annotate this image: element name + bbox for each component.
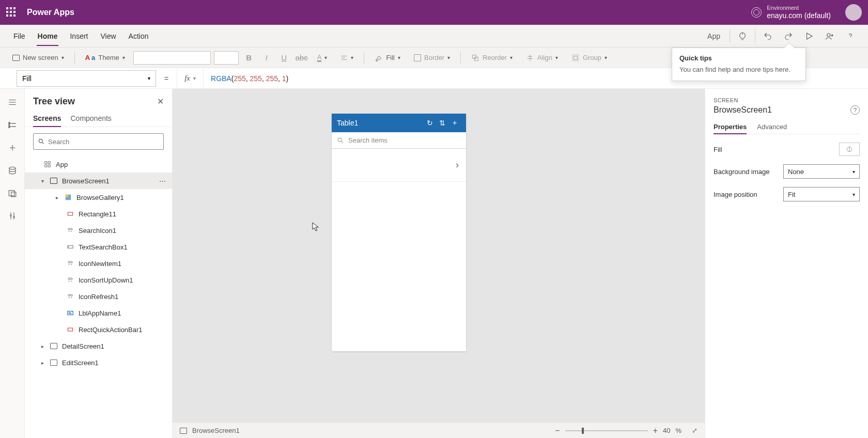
tree-node-rectquickactionbar1[interactable]: RectQuickActionBar1	[25, 321, 172, 338]
mouse-cursor	[312, 222, 319, 233]
info-icon[interactable]: ?	[850, 105, 860, 115]
phone-preview[interactable]: Table1 ↻ ⇅ ＋ Search items ›	[332, 114, 466, 351]
sort-icon[interactable]: ⇅	[436, 119, 448, 127]
zoom-in-button[interactable]: +	[653, 426, 658, 435]
tree-node-rectangle11[interactable]: Rectangle11	[25, 206, 172, 222]
tree-node-iconsortupdown1[interactable]: IconSortUpDown1	[25, 272, 172, 288]
phone-search-bar[interactable]: Search items	[332, 132, 466, 149]
menu-insert[interactable]: Insert	[64, 25, 94, 47]
property-selector[interactable]: Fill ▾	[17, 70, 156, 87]
tree-search-box[interactable]	[33, 133, 164, 150]
tree-node-textsearchbox1[interactable]: TextSearchBox1	[25, 239, 172, 255]
tree-node-label: IconSortUpDown1	[79, 276, 133, 284]
tree-node-browsegallery1[interactable]: ▸ BrowseGallery1	[25, 189, 172, 206]
screen-node-icon	[50, 342, 58, 350]
fill-button[interactable]: Fill▾	[369, 50, 406, 66]
svg-rect-4	[574, 56, 578, 59]
menu-home[interactable]: Home	[32, 25, 64, 47]
undo-icon[interactable]	[757, 25, 778, 47]
refresh-icon[interactable]: ↻	[424, 119, 436, 127]
screen-icon	[180, 428, 187, 434]
reorder-button[interactable]: Reorder▾	[466, 50, 518, 66]
environment-icon	[751, 7, 762, 18]
font-family-select[interactable]	[133, 51, 211, 65]
canvas-area[interactable]: Table1 ↻ ⇅ ＋ Search items › BrowseScreen…	[173, 89, 705, 438]
caret-icon[interactable]: ▸	[39, 360, 45, 366]
fx-expand-button[interactable]: fx▾	[177, 68, 204, 88]
caret-icon[interactable]: ▸	[39, 343, 45, 349]
image-pos-select[interactable]: Fit ▾	[783, 187, 860, 201]
app-settings-button[interactable]: App	[700, 25, 727, 47]
font-size-select[interactable]	[214, 51, 239, 65]
tree-node-iconrefresh1[interactable]: IconRefresh1	[25, 288, 172, 305]
strikethrough-button[interactable]: abc	[295, 53, 309, 62]
tree-node-detailscreen1[interactable]: ▸ DetailScreen1	[25, 338, 172, 354]
svg-point-0	[827, 33, 830, 36]
formula-input[interactable]: RGBA(255, 255, 255, 1)	[204, 74, 288, 83]
tree-node-label: App	[56, 161, 68, 168]
underline-button[interactable]: U	[277, 53, 291, 62]
text-align-button[interactable]: ▾	[335, 50, 359, 66]
caret-icon[interactable]: ▸	[54, 195, 60, 200]
media-icon[interactable]	[7, 188, 18, 198]
tree-node-label: TextSearchBox1	[79, 243, 128, 251]
zoom-slider[interactable]	[565, 430, 648, 431]
hamburger-icon[interactable]	[7, 97, 18, 107]
zoom-unit: %	[675, 427, 681, 434]
theme-button[interactable]: Aa Theme ▾	[80, 50, 130, 66]
share-icon[interactable]	[819, 25, 840, 47]
app-checker-icon[interactable]	[732, 25, 753, 47]
bold-button[interactable]: B	[242, 53, 256, 62]
zoom-out-button[interactable]: −	[555, 426, 560, 435]
phone-header: Table1 ↻ ⇅ ＋	[332, 114, 466, 132]
tab-properties[interactable]: Properties	[714, 120, 747, 134]
bg-image-select[interactable]: None ▾	[783, 164, 860, 179]
app-launcher-icon[interactable]	[6, 7, 17, 18]
menu-view[interactable]: View	[94, 25, 122, 47]
new-screen-button[interactable]: New screen ▾	[7, 50, 69, 66]
more-icon[interactable]: ⋯	[159, 177, 166, 185]
caret-icon[interactable]: ▾	[39, 178, 45, 184]
border-button[interactable]: Border▾	[409, 50, 455, 66]
image-pos-value: Fit	[788, 191, 795, 198]
menu-bar: File Home Insert View Action App	[0, 25, 868, 48]
fill-color-swatch[interactable]	[839, 143, 860, 156]
svg-point-24	[71, 294, 73, 296]
label-node-icon	[66, 309, 74, 317]
close-tree-icon[interactable]: ✕	[157, 97, 164, 106]
align-button[interactable]: Align▾	[521, 50, 563, 66]
svg-rect-11	[45, 165, 47, 167]
tab-advanced[interactable]: Advanced	[757, 120, 787, 134]
gallery-row[interactable]: ›	[332, 149, 466, 182]
insert-icon[interactable]	[7, 143, 18, 153]
italic-button[interactable]: I	[259, 53, 274, 62]
rect-node-icon	[66, 325, 74, 334]
font-color-button[interactable]: A▾	[312, 50, 333, 66]
fill-label: Fill	[386, 54, 395, 61]
chevron-right-icon[interactable]: ›	[456, 160, 459, 170]
tree-node-lblappname1[interactable]: LblAppName1	[25, 305, 172, 321]
menu-file[interactable]: File	[7, 25, 32, 47]
quick-tips-callout: Quick tips You can find help and more ti…	[672, 48, 806, 81]
play-icon[interactable]	[799, 25, 819, 47]
tree-node-searchicon1[interactable]: SearchIcon1	[25, 222, 172, 239]
equals-sign: =	[156, 74, 177, 83]
fit-to-window-icon[interactable]: ⤢	[692, 427, 698, 434]
tree-node-app[interactable]: App	[25, 156, 172, 173]
menu-action[interactable]: Action	[122, 25, 155, 47]
group-button[interactable]: Group▾	[566, 50, 612, 66]
tree-search-input[interactable]	[48, 138, 159, 146]
user-avatar[interactable]	[845, 4, 862, 21]
advanced-tools-icon[interactable]	[7, 211, 18, 221]
environment-picker[interactable]: Environment enayu.com (default)	[751, 5, 831, 20]
svg-rect-14	[66, 195, 68, 197]
tree-view-icon[interactable]	[7, 120, 18, 130]
tree-node-iconnewitem1[interactable]: IconNewItem1	[25, 255, 172, 272]
tree-node-editscreen1[interactable]: ▸ EditScreen1	[25, 354, 172, 371]
data-icon[interactable]	[7, 165, 18, 176]
tree-node-browsescreen1[interactable]: ▾ BrowseScreen1 ⋯	[25, 173, 172, 189]
tab-screens[interactable]: Screens	[33, 110, 61, 127]
help-icon[interactable]	[840, 25, 861, 47]
add-icon[interactable]: ＋	[448, 118, 461, 128]
tab-components[interactable]: Components	[70, 110, 111, 127]
